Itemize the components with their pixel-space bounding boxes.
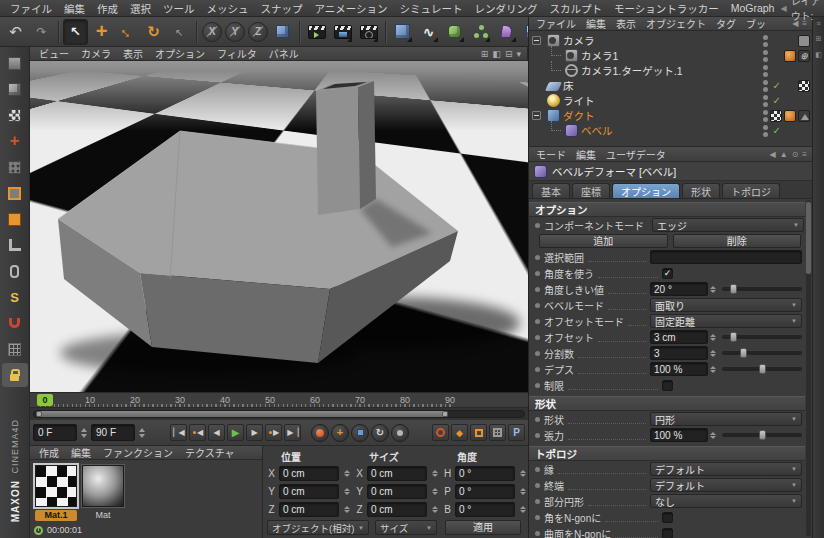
menu-simulate[interactable]: シミュレート	[394, 1, 469, 16]
spinner[interactable]	[342, 466, 351, 481]
selection-field[interactable]	[650, 250, 802, 264]
render-settings-button[interactable]	[356, 19, 381, 45]
axis-lock-button[interactable]	[2, 363, 28, 387]
menu-motion-tracker[interactable]: モーショントラッカー	[608, 1, 725, 16]
tree-row-duct[interactable]: ダクト	[529, 108, 812, 123]
am-search-icon[interactable]: ⊙	[792, 150, 799, 159]
polygons-mode-button[interactable]	[2, 207, 28, 231]
anim-dot-icon[interactable]	[535, 287, 540, 292]
am-menu-userdata[interactable]: ユーザデータ	[601, 147, 671, 162]
snap-button[interactable]: S	[2, 285, 28, 309]
position-z-field[interactable]: 0 cm	[279, 502, 339, 517]
spinner[interactable]	[708, 428, 717, 442]
vp-menu-camera[interactable]: カメラ	[75, 46, 117, 61]
anim-dot-icon[interactable]	[535, 335, 540, 340]
mat-menu-function[interactable]: ファンクション	[97, 445, 179, 460]
key-parameter-button[interactable]	[391, 424, 409, 442]
last-tool-button[interactable]	[167, 19, 192, 45]
render-to-picture-button[interactable]	[330, 19, 355, 45]
menu-tools[interactable]: ツール	[157, 1, 201, 16]
spinner[interactable]	[430, 466, 439, 481]
redo-button[interactable]	[29, 19, 54, 45]
offset-slider[interactable]	[722, 335, 802, 339]
timeline-range-slider[interactable]	[30, 407, 528, 420]
texture-mode-button[interactable]	[2, 103, 28, 127]
attribute-scrollbar[interactable]	[806, 200, 811, 536]
undo-button[interactable]	[3, 19, 28, 45]
tree-row-camera-target[interactable]: カメラ1.ターゲット.1	[529, 63, 812, 78]
am-menu-mode[interactable]: モード	[531, 147, 571, 162]
scene-model[interactable]	[30, 61, 528, 392]
bevel-mode-dropdown[interactable]: 面取り	[650, 298, 802, 312]
menu-edit[interactable]: 編集	[58, 1, 91, 16]
slider-handle[interactable]	[730, 284, 737, 294]
vp-menu-filter[interactable]: フィルタ	[211, 46, 263, 61]
layer-tag-icon[interactable]	[798, 35, 810, 47]
object-name[interactable]: 床	[563, 78, 574, 93]
am-lock-icon[interactable]: ≡	[802, 150, 807, 159]
apply-button[interactable]: 適用	[445, 520, 521, 535]
vp-menu-view[interactable]: ビュー	[33, 46, 75, 61]
corner-ngons-checkbox[interactable]	[662, 512, 673, 523]
record-keyframe-button[interactable]	[311, 424, 329, 442]
spinner[interactable]	[430, 484, 439, 499]
angle-threshold-slider[interactable]	[722, 287, 802, 291]
viewport-split-icon[interactable]: ◧	[492, 49, 501, 59]
anim-dot-icon[interactable]	[535, 367, 540, 372]
spinner[interactable]	[342, 484, 351, 499]
key-position-button[interactable]: +	[331, 424, 349, 442]
om-menu-bookmarks[interactable]: ブッ	[741, 16, 771, 31]
rotation-h-field[interactable]: 0 °	[455, 466, 515, 481]
visibility-dots[interactable]	[763, 35, 768, 47]
magnet-button[interactable]	[2, 311, 28, 335]
menu-mograph[interactable]: MoGraph	[725, 2, 781, 14]
anim-dot-icon[interactable]	[535, 417, 540, 422]
end-frame-field[interactable]: 90 F	[91, 424, 135, 441]
anim-dot-icon[interactable]	[535, 383, 540, 388]
previous-frame-button[interactable]	[208, 424, 225, 441]
slider-handle[interactable]	[759, 430, 766, 440]
subdivisions-slider[interactable]	[722, 351, 802, 355]
mat-menu-texture[interactable]: テクスチャ	[179, 445, 241, 460]
vp-menu-options[interactable]: オプション	[149, 46, 211, 61]
anim-dot-icon[interactable]	[535, 531, 540, 536]
vp-menu-panel[interactable]: パネル	[263, 46, 305, 61]
viewport-canvas[interactable]	[30, 61, 528, 392]
next-frame-button[interactable]	[246, 424, 263, 441]
scale-tool-button[interactable]	[115, 19, 140, 45]
size-y-field[interactable]: 0 cm	[367, 484, 427, 499]
offset-field[interactable]: 3 cm	[650, 330, 708, 344]
spinner[interactable]	[518, 502, 527, 517]
visibility-dots[interactable]	[763, 50, 768, 62]
tab-shape[interactable]: 形状	[682, 183, 720, 198]
size-mode-dropdown[interactable]: サイズ	[375, 520, 437, 535]
panel-collapse-icon[interactable]: ◀	[780, 4, 786, 13]
anim-dot-icon[interactable]	[535, 319, 540, 324]
tree-row-light[interactable]: ライト	[529, 93, 812, 108]
slider-handle[interactable]	[759, 364, 766, 374]
rotate-tool-button[interactable]	[141, 19, 166, 45]
viewport-maximize-icon[interactable]: ⊞	[481, 49, 489, 59]
offset-mode-dropdown[interactable]: 固定距離	[650, 314, 802, 328]
tension-slider[interactable]	[722, 433, 802, 437]
range-thumb[interactable]	[36, 411, 448, 417]
depth-field[interactable]: 100 %	[650, 362, 708, 376]
make-editable-button[interactable]	[2, 51, 28, 75]
render-view-button[interactable]	[304, 19, 329, 45]
anim-dot-icon[interactable]	[535, 483, 540, 488]
object-name[interactable]: カメラ1	[581, 48, 618, 63]
tree-row-camera[interactable]: カメラ	[529, 33, 812, 48]
coord-mode-dropdown[interactable]: オブジェクト(相対)	[267, 520, 369, 535]
next-key-button[interactable]	[265, 424, 282, 441]
size-x-field[interactable]: 0 cm	[367, 466, 427, 481]
object-name[interactable]: ライト	[563, 93, 595, 108]
menu-snap[interactable]: スナップ	[255, 1, 309, 16]
rotation-b-field[interactable]: 0 °	[455, 502, 515, 517]
delete-button[interactable]: 削除	[673, 234, 802, 248]
previous-key-button[interactable]	[189, 424, 206, 441]
autokey-toggle[interactable]	[432, 424, 449, 441]
mitering-dropdown[interactable]: デフォルト	[650, 462, 802, 476]
section-topology[interactable]: トポロジ	[529, 446, 805, 461]
y-axis-lock-button[interactable]: Y	[225, 22, 245, 42]
smoothing-tag-icon[interactable]	[798, 110, 810, 122]
